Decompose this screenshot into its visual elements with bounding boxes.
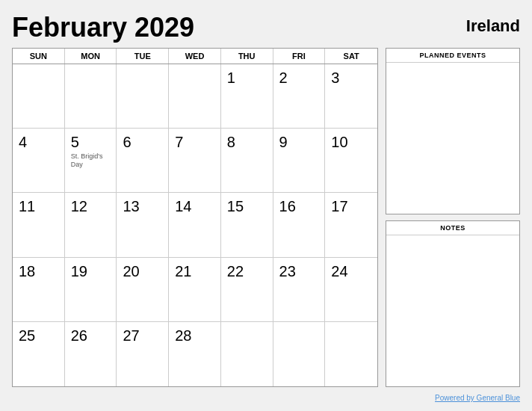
cal-cell: 9	[273, 129, 326, 193]
cal-cell: 23	[273, 258, 326, 322]
cal-cell	[65, 64, 117, 129]
date-number: 12	[71, 197, 87, 215]
calendar-area: SUNMONTUEWEDTHUFRISAT 12345St. Brigid's …	[12, 48, 378, 387]
country-title: Ireland	[466, 12, 520, 36]
footer: Powered by General Blue	[12, 390, 520, 404]
cal-cell: 17	[325, 193, 377, 257]
date-number: 6	[123, 133, 131, 151]
date-number: 21	[175, 262, 191, 280]
date-number: 25	[19, 327, 35, 344]
planned-events-content	[386, 63, 519, 214]
cal-cell: 24	[325, 258, 377, 322]
cal-cell: 18	[13, 258, 65, 322]
date-number: 23	[279, 262, 296, 280]
cal-cell: 4	[13, 129, 65, 193]
day-header-thu: THU	[221, 49, 273, 64]
date-number: 7	[175, 133, 183, 151]
date-number: 27	[123, 327, 139, 344]
day-header-mon: MON	[65, 49, 117, 64]
date-number: 13	[123, 197, 139, 215]
cal-cell: 3	[325, 64, 377, 129]
cal-cell: 20	[117, 258, 169, 322]
date-number: 14	[175, 197, 191, 215]
date-number: 20	[123, 262, 139, 280]
date-number: 3	[331, 69, 339, 87]
powered-by-link[interactable]: Powered by General Blue	[435, 394, 520, 402]
date-number: 9	[279, 133, 288, 151]
date-number: 26	[71, 327, 87, 344]
cal-cell: 22	[221, 258, 273, 322]
cal-cell	[221, 322, 273, 386]
month-year-title: February 2029	[12, 12, 194, 43]
cal-cell: 5St. Brigid's Day	[65, 129, 117, 193]
cal-cell: 12	[65, 193, 117, 257]
notes-content	[386, 235, 519, 386]
cal-cell: 10	[325, 129, 377, 193]
day-header-tue: TUE	[117, 49, 169, 64]
cal-cell	[117, 64, 169, 129]
planned-events-title: PLANNED EVENTS	[386, 49, 519, 63]
main-content: SUNMONTUEWEDTHUFRISAT 12345St. Brigid's …	[12, 48, 520, 387]
date-number: 19	[71, 262, 87, 280]
cal-cell: 11	[13, 193, 65, 257]
date-number: 8	[227, 133, 235, 151]
date-number: 22	[227, 262, 244, 280]
calendar-grid: 12345St. Brigid's Day6789101112131415161…	[13, 64, 377, 386]
cal-cell: 13	[117, 193, 169, 257]
header: February 2029 Ireland	[12, 12, 520, 43]
cal-cell: 19	[65, 258, 117, 322]
notes-box: NOTES	[386, 220, 520, 387]
date-number: 1	[227, 69, 235, 87]
date-number: 24	[331, 262, 347, 280]
cal-cell: 1	[221, 64, 273, 129]
cal-cell: 27	[117, 322, 169, 386]
cal-cell	[169, 64, 221, 129]
cal-cell: 16	[273, 193, 326, 257]
cal-cell: 8	[221, 129, 273, 193]
cal-cell	[325, 322, 377, 386]
cal-cell: 25	[13, 322, 65, 386]
cal-cell: 2	[273, 64, 326, 129]
date-number: 28	[175, 327, 191, 344]
cal-cell: 14	[169, 193, 221, 257]
cal-cell: 6	[117, 129, 169, 193]
date-number: 2	[279, 69, 288, 87]
cal-cell: 15	[221, 193, 273, 257]
date-number: 10	[331, 133, 347, 151]
date-number: 15	[227, 197, 244, 215]
notes-title: NOTES	[386, 221, 519, 235]
holiday-label: St. Brigid's Day	[71, 152, 111, 169]
day-header-fri: FRI	[273, 49, 326, 64]
cal-cell: 26	[65, 322, 117, 386]
date-number: 4	[19, 133, 27, 151]
cal-cell	[13, 64, 65, 129]
side-panel: PLANNED EVENTS NOTES	[386, 48, 520, 387]
cal-cell	[273, 322, 326, 386]
date-number: 5	[71, 133, 79, 151]
cal-cell: 28	[169, 322, 221, 386]
planned-events-box: PLANNED EVENTS	[386, 48, 520, 214]
day-header-sat: SAT	[325, 49, 377, 64]
cal-cell: 7	[169, 129, 221, 193]
date-number: 11	[19, 197, 35, 215]
day-headers: SUNMONTUEWEDTHUFRISAT	[13, 49, 377, 64]
date-number: 16	[279, 197, 296, 215]
date-number: 17	[331, 197, 347, 215]
cal-cell: 21	[169, 258, 221, 322]
page: February 2029 Ireland SUNMONTUEWEDTHUFRI…	[0, 0, 532, 411]
day-header-wed: WED	[169, 49, 221, 64]
day-header-sun: SUN	[13, 49, 65, 64]
date-number: 18	[19, 262, 35, 280]
